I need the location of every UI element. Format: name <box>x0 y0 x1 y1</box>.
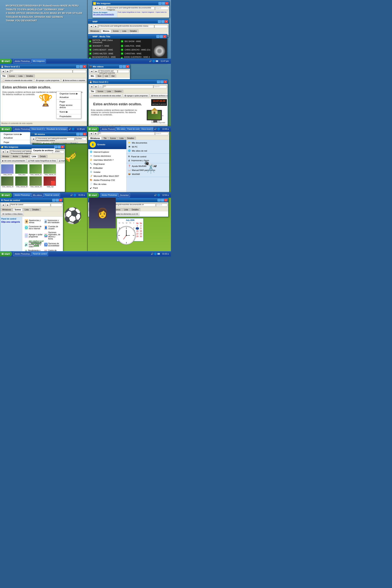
start-btn-mid1[interactable]: ⊞ start <box>0 127 12 132</box>
cal-30[interactable]: 30 <box>139 235 142 238</box>
titlebar-mis-videos-1[interactable]: 🎬 Mis videos _ □ ✕ <box>88 64 130 69</box>
back-btn-wmp1[interactable]: ◀ <box>89 24 93 28</box>
tb-deviantart-bot2[interactable]: Deviantart <box>119 193 130 197</box>
thumb-bliss[interactable]: Vista_bliss <box>15 164 28 176</box>
tab-det-disco1[interactable]: Detalles <box>24 74 35 78</box>
min-panel[interactable]: _ <box>52 199 55 202</box>
addr-wmp1[interactable]: C:\Documents and Settings\Ernesto\Mis do… <box>98 25 154 28</box>
tb-disco-mid2[interactable]: Disco local (C:) <box>140 127 153 131</box>
sm-instalar[interactable]: 💿 Instalar <box>88 170 126 174</box>
tab-arch-miimg3[interactable]: Archiv <box>11 155 20 158</box>
tab-min-vid1[interactable]: Min <box>89 74 96 78</box>
song-carlitos[interactable]: ▶ CARLITOS - WWE <box>120 44 152 48</box>
tab-list-miimg3[interactable]: Liste <box>30 155 38 158</box>
tb-disco-mid1[interactable]: Disco local (C:) <box>30 127 45 131</box>
thumb-nat04[interactable]: Vista_natural_04 <box>15 176 28 188</box>
titlebar-wmp-media[interactable]: 🎵 WMP - Media Title _ □ ✕ <box>88 34 167 39</box>
play-icon-benoit[interactable]: ▶ <box>89 48 92 51</box>
fwd-btn-wmp1[interactable]: ▶ <box>94 24 98 28</box>
pedir-copia-3[interactable]: 🖨 Pedir copias fotográficas en línea <box>27 159 57 163</box>
borrar-arch-2[interactable]: 🗑 Borrar archivos o carpetas <box>150 94 168 98</box>
mostrar-contenido-1[interactable]: 📋 Mostrar el contenido de esta unidad <box>1 78 34 82</box>
max-misvid1[interactable]: □ <box>123 65 126 68</box>
srch-disco2[interactable]: Search <box>154 85 167 88</box>
max-panel[interactable]: □ <box>56 199 59 202</box>
cal-15[interactable]: 15 <box>136 230 139 232</box>
close-disco2[interactable]: ✕ <box>164 80 167 83</box>
start-btn-mid2[interactable]: ⊞ start <box>87 127 99 132</box>
titlebar-disco-1[interactable]: 💾 Disco local (C:) _ □ ✕ <box>0 64 87 69</box>
play-icon-bigshow[interactable]: ▶ <box>121 40 124 43</box>
sm-internet[interactable]: 🌐 Internet Explorer <box>88 150 126 154</box>
tb-panel-bottom[interactable]: Panel de control <box>32 252 48 256</box>
song-jericho[interactable]: ▶ CHRIS JERICHO - WWE (Ch) <box>120 48 152 52</box>
close-mimusica[interactable]: ✕ <box>83 133 86 136</box>
back-result[interactable]: ◀ <box>89 132 93 136</box>
cp-red[interactable]: 🌐 Conexiones de red e Internet <box>24 225 43 230</box>
tb-photoshop-bot1[interactable]: Adobe Photoshop <box>13 193 31 197</box>
tab-det-misvid2[interactable]: Detalles <box>130 208 140 211</box>
tab-icons-disco1[interactable]: Íconos <box>8 74 16 78</box>
min-btn-wmp-media[interactable]: _ <box>156 35 160 38</box>
tab-tile-disco1[interactable]: Tile <box>0 74 7 78</box>
srch-disco1[interactable] <box>73 70 86 73</box>
srch-misvid1[interactable] <box>118 70 129 73</box>
tab-det-disco2[interactable]: Detalles <box>113 90 123 93</box>
min-disco2[interactable]: _ <box>157 80 160 83</box>
cal-29[interactable]: 29 <box>136 235 139 238</box>
tb-panel-bot1[interactable]: Panel de control <box>44 193 60 197</box>
ctx2-actualizar[interactable]: Actualizar <box>0 136 32 140</box>
address-bar-1[interactable]: C:\Documents and Settings\Ernesto\Mis do… <box>107 7 155 10</box>
toolbar-action-1[interactable]: Pedir copias fotográficas en línea Impri… <box>118 11 169 13</box>
start-btn-bot1[interactable]: ⊞ start <box>0 193 12 198</box>
play-icon-christian[interactable]: ▶ <box>121 52 124 55</box>
vista-clasica-btn[interactable]: 🖥 Cambiar a Vista clásica <box>1 212 24 216</box>
cp-impresoras[interactable]: 🖨 Impresoras y otro hardware <box>44 218 61 224</box>
tb-panel-mid2[interactable]: Panel de control <box>126 127 140 131</box>
titlebar-mi-musica[interactable]: 🎵 Mi música _ □ ✕ <box>30 132 87 136</box>
back-mimusica[interactable]: ◀ <box>31 137 36 141</box>
cp-agregar[interactable]: 💿 Agregar o quitar programas <box>24 231 43 240</box>
ctx-actualizar[interactable]: Actualizar <box>56 96 81 99</box>
addr-panel[interactable]: Panel de control <box>10 204 50 206</box>
max-mimusica[interactable]: □ <box>80 133 83 136</box>
song-christian[interactable]: ▶ CHRISTIAN - WWE <box>120 52 152 56</box>
tab-icons-disco2[interactable]: Íconos <box>96 90 105 93</box>
max-disco2[interactable]: □ <box>160 80 164 83</box>
sm-panel-ctrl[interactable]: ⚙ Panel de control <box>126 154 169 158</box>
addr-disco1[interactable]: C:\ <box>10 70 72 73</box>
addr-mimusica[interactable]: C:\Documents and Settings\Ernesto\Mis do… <box>36 138 74 140</box>
tb-misvid-bot1[interactable]: Mis videos <box>32 193 43 197</box>
cal-8[interactable]: 8 <box>136 227 139 230</box>
song-batista[interactable]: ▶ BATISTA - WWE (Salva Unleashed) <box>88 39 120 44</box>
ctx-propiedades[interactable]: Propiedades <box>56 115 81 118</box>
tab-icon-result[interactable]: Íconos <box>108 137 118 140</box>
borrar-arch-1[interactable]: 🗑 Borrar archivos o carpetas <box>62 78 86 82</box>
cal-23[interactable]: 23 <box>139 232 142 235</box>
tab-file-disco2[interactable]: Tile <box>89 90 96 93</box>
search-wmp1[interactable] <box>154 25 168 28</box>
start-btn-bot2[interactable]: ⊞ start <box>87 193 99 198</box>
tab-iconos[interactable]: Íconos <box>111 30 120 32</box>
mostrar-contenido-2[interactable]: 📋 Mostrar el contenido de esta unidad <box>90 94 122 98</box>
min-disco1[interactable]: _ <box>76 65 79 68</box>
back-miimg3[interactable]: ◀ <box>1 150 5 154</box>
cp-accesibilidad[interactable]: ♿ Opciones de accesibilidad <box>44 241 61 248</box>
cp-cuentas[interactable]: 👤 Cuentas de usuario <box>44 225 61 230</box>
tab-list-result[interactable]: Lista <box>118 137 125 140</box>
tab-sym-miimg3[interactable]: Symbol <box>20 155 30 158</box>
min-miimg3[interactable]: _ <box>54 146 57 148</box>
addr-disco2[interactable]: C:\ <box>103 85 153 88</box>
close-disco1[interactable]: ✕ <box>83 65 86 68</box>
tab-det-mimusica[interactable]: Details <box>69 142 78 144</box>
fwd-miimg3[interactable]: ▶ <box>6 150 10 154</box>
tab-det-panel[interactable]: Detalles <box>30 208 41 211</box>
sm-mi-pc[interactable]: 💻 Mi PC <box>126 145 169 149</box>
play-icon-booker[interactable]: ▶ <box>89 44 92 47</box>
thumb-aurora[interactable]: Vista_Aurora <box>1 164 14 176</box>
back-btn-1[interactable]: ◀ <box>93 6 98 10</box>
titlebar-wmp-1[interactable]: 🎵 WMP _ □ ✕ <box>88 20 169 24</box>
close-misvid2[interactable]: ✕ <box>164 199 168 202</box>
close-misvid1[interactable]: ✕ <box>126 65 129 68</box>
cal-1[interactable]: 1 <box>136 224 139 227</box>
